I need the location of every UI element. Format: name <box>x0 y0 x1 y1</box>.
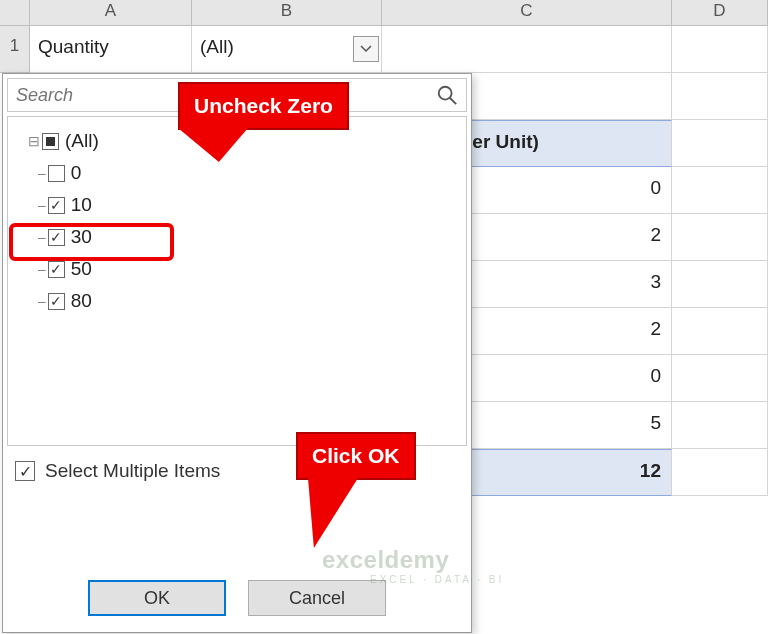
filter-item-label: 0 <box>71 162 82 184</box>
filter-item-label: 50 <box>71 258 92 280</box>
filter-item-30[interactable]: – 30 <box>38 221 460 253</box>
checkbox-80[interactable] <box>48 293 65 310</box>
col-header-b[interactable]: B <box>192 0 382 25</box>
filter-dropdown-button[interactable] <box>353 36 379 62</box>
filter-item-label: 80 <box>71 290 92 312</box>
filter-item-label: (All) <box>65 130 99 152</box>
cell-d7[interactable] <box>672 308 768 355</box>
filter-item-label: 10 <box>71 194 92 216</box>
filter-item-tree[interactable]: ⊟ (All) – 0 – 10 – 30 – 50 – 80 <box>7 116 467 446</box>
cell-c1[interactable] <box>382 26 672 73</box>
tree-branch-icon: – <box>38 229 46 245</box>
tree-collapse-icon: ⊟ <box>28 133 40 149</box>
checkbox-30[interactable] <box>48 229 65 246</box>
search-icon <box>436 84 458 106</box>
callout-uncheck-zero: Uncheck Zero <box>178 82 349 130</box>
cell-d8[interactable] <box>672 355 768 402</box>
filter-field-value[interactable]: (All) <box>192 26 382 73</box>
ok-button[interactable]: OK <box>88 580 226 616</box>
filter-item-label: 30 <box>71 226 92 248</box>
select-all-corner[interactable] <box>0 0 30 25</box>
dialog-button-row: OK Cancel <box>3 572 471 624</box>
cancel-button[interactable]: Cancel <box>248 580 386 616</box>
col-header-d[interactable]: D <box>672 0 768 25</box>
cell-d6[interactable] <box>672 261 768 308</box>
cell-d10[interactable] <box>672 449 768 496</box>
checkbox-10[interactable] <box>48 197 65 214</box>
filter-value-text: (All) <box>200 36 234 57</box>
checkbox-select-multiple[interactable] <box>15 461 35 481</box>
cell-d9[interactable] <box>672 402 768 449</box>
cell-d1[interactable] <box>672 26 768 73</box>
svg-point-0 <box>439 87 452 100</box>
tree-branch-icon: – <box>38 165 46 181</box>
filter-item-0[interactable]: – 0 <box>38 157 460 189</box>
filter-item-10[interactable]: – 10 <box>38 189 460 221</box>
filter-dropdown-panel: ⊟ (All) – 0 – 10 – 30 – 50 – 80 <box>2 73 472 633</box>
cell-d2[interactable] <box>672 73 768 120</box>
tree-branch-icon: – <box>38 261 46 277</box>
checkbox-50[interactable] <box>48 261 65 278</box>
select-multiple-label: Select Multiple Items <box>45 460 220 482</box>
checkbox-all[interactable] <box>42 133 59 150</box>
filter-item-50[interactable]: – 50 <box>38 253 460 285</box>
row-header-1[interactable]: 1 <box>0 26 30 73</box>
tree-branch-icon: – <box>38 197 46 213</box>
cell-d4[interactable] <box>672 167 768 214</box>
cell-d3[interactable] <box>672 120 768 167</box>
filter-item-80[interactable]: – 80 <box>38 285 460 317</box>
column-header-row: A B C D <box>0 0 768 26</box>
col-header-c[interactable]: C <box>382 0 672 25</box>
row-header-col: 1 <box>0 26 30 73</box>
col-header-a[interactable]: A <box>30 0 192 25</box>
callout-click-ok: Click OK <box>296 432 416 480</box>
cell-d5[interactable] <box>672 214 768 261</box>
checkbox-0[interactable] <box>48 165 65 182</box>
svg-line-1 <box>450 98 456 104</box>
filter-field-label[interactable]: Quantity <box>30 26 192 73</box>
tree-branch-icon: – <box>38 293 46 309</box>
chevron-down-icon <box>360 45 372 53</box>
